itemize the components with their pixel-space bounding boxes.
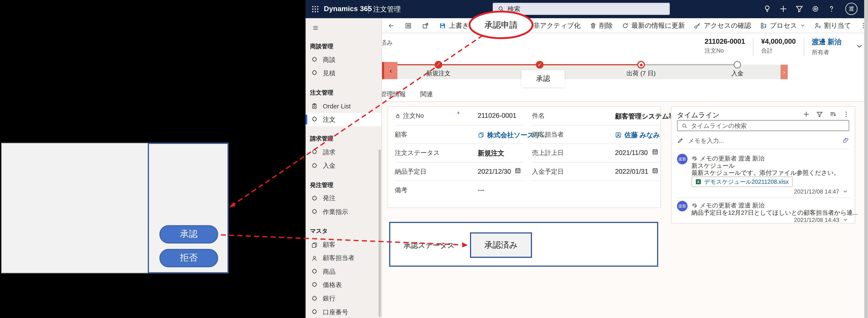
sidebar-item-発注[interactable]: 発注 [306, 192, 381, 205]
grid-list-icon [405, 22, 412, 29]
new-button[interactable]: 新規 [487, 18, 519, 33]
timeline-actions [803, 110, 850, 118]
stage-label-flyout[interactable]: 承認 [522, 70, 565, 87]
puzzle-icon [311, 309, 318, 315]
sidebar-item-Order List[interactable]: Order List [306, 99, 381, 113]
user-avatar[interactable]: 渡 [845, 3, 858, 15]
chevron-down-icon[interactable] [843, 189, 848, 194]
field-label: 注文ステータス [395, 149, 440, 157]
dynamics365-window: Dynamics 365 注文管理 検索 渡 上書き保存新規非アクティブ化削除最… [306, 0, 868, 318]
attachment-chip[interactable]: Xデモスケジュール20211208.xlsx [691, 177, 793, 187]
form-field: 備考--- [395, 181, 523, 199]
stage-label[interactable]: 入金 [731, 69, 744, 77]
sidebar-item-label: 顧客担当者 [323, 254, 354, 262]
check-access-button[interactable]: アクセスの確認 [689, 18, 755, 33]
field-value[interactable]: 新規注文 [478, 149, 504, 158]
puzzle-icon [311, 195, 318, 202]
chevron-down-icon[interactable] [843, 217, 848, 222]
approval-buttons-panel: 承認 拒否 [148, 143, 229, 274]
sidebar-item-顧客[interactable]: 顧客 [306, 238, 381, 252]
open-in-new-window-button[interactable] [417, 18, 433, 33]
sidebar-item-入金[interactable]: 入金 [306, 159, 381, 172]
note-placeholder: メモを入力... [688, 136, 838, 145]
add-icon[interactable] [779, 4, 788, 13]
global-search-input[interactable]: 検索 [493, 3, 670, 15]
sidebar-item-label: 商談 [323, 56, 336, 64]
process-button[interactable]: プロセス [755, 18, 810, 33]
tab-関連[interactable]: 関連 [420, 87, 433, 101]
stage-done-icon[interactable]: ✓ [536, 61, 544, 68]
sidebar-item-価格表[interactable]: 価格表 [306, 279, 381, 292]
stat-value[interactable]: 渡邊 新治 [812, 38, 841, 47]
timeline-search-input[interactable]: タイムラインの検索 [677, 120, 849, 131]
field-value[interactable]: 2022/01/31 [615, 167, 648, 175]
stat-label: 所有者 [812, 49, 841, 56]
process-scroll-right[interactable]: › [780, 65, 788, 79]
field-value[interactable]: --- [478, 186, 484, 194]
delete-icon [589, 22, 597, 29]
window-scrollbar[interactable] [864, 0, 868, 318]
stage-future-icon[interactable] [734, 61, 741, 68]
add-icon[interactable] [803, 110, 810, 118]
field-value[interactable]: 佐藤 みなみ [615, 130, 660, 140]
refresh-label: 最新の情報に更新 [631, 21, 685, 30]
navbar-icons [763, 4, 836, 13]
process-track [397, 65, 780, 79]
sidebar-scrollbar[interactable] [379, 149, 381, 317]
area-title[interactable]: 注文管理 [373, 5, 401, 14]
assign-button[interactable]: 割り当て [810, 18, 856, 33]
sidebar-item-商品[interactable]: 商品 [306, 265, 381, 279]
help-icon[interactable] [827, 4, 836, 13]
filter-icon[interactable] [795, 4, 804, 13]
app-launcher-icon[interactable] [311, 5, 319, 13]
calendar-icon[interactable] [651, 148, 659, 156]
sidebar-item-注文[interactable]: 注文 [306, 113, 381, 126]
stage-label[interactable]: 新規注文 [426, 69, 451, 77]
sort-icon[interactable] [829, 110, 837, 118]
sidebar-item-顧客担当者[interactable]: 顧客担当者 [306, 252, 381, 265]
stage-done-icon[interactable]: ✓ [435, 61, 442, 68]
paperclip-icon[interactable] [843, 137, 849, 144]
stage-label[interactable]: 出荷 (7 日) [626, 69, 655, 77]
calendar-icon[interactable] [651, 167, 659, 174]
puzzle-icon [311, 268, 318, 275]
tab-管理情報[interactable]: 管理情報 [380, 87, 406, 101]
header-chevron-down-icon[interactable] [855, 42, 864, 51]
note-input[interactable]: メモを入力... [677, 135, 849, 146]
attachment-name[interactable]: デモスケジュール20211208.xlsx [704, 178, 789, 186]
sidebar-item-商談[interactable]: 商談 [306, 53, 381, 67]
deactivate-button[interactable]: 非アクティブ化 [519, 18, 585, 33]
show-as-list-button[interactable] [400, 18, 416, 33]
navbar-divider [368, 4, 369, 13]
more-v-icon[interactable] [843, 110, 850, 118]
refresh-button[interactable]: 最新の情報に更新 [617, 18, 689, 33]
sidebar-item-口座番号[interactable]: 口座番号 [306, 306, 381, 318]
stage-active-icon[interactable] [637, 61, 645, 68]
sidebar-item-label: 請求 [323, 148, 336, 156]
sidebar-section-title: 発注管理 [310, 182, 381, 189]
sidebar-item-銀行[interactable]: 銀行 [306, 292, 381, 306]
sidebar-item-見積[interactable]: 見積 [306, 67, 381, 80]
stat-label: 注文No [705, 47, 745, 55]
save-button[interactable]: 上書き保存 [435, 18, 487, 33]
reject-button[interactable]: 拒否 [159, 249, 218, 267]
filter-icon[interactable] [816, 110, 823, 118]
sidebar-item-作業指示[interactable]: 作業指示 [306, 205, 381, 219]
app-title: Dynamics 365 [324, 4, 372, 13]
calendar-icon[interactable] [514, 167, 522, 174]
field-value[interactable]: 2021/12/30 [478, 167, 511, 175]
field-value[interactable]: 211026-0001 [478, 112, 516, 120]
approve-button[interactable]: 承認 [159, 225, 218, 244]
new-label: 新規 [501, 21, 515, 30]
field-label: 注文No [395, 112, 424, 120]
sidebar-item-請求[interactable]: 請求 [306, 146, 381, 159]
field-value[interactable]: 2021/11/30 [615, 149, 648, 156]
hamburger-menu-icon[interactable] [311, 25, 320, 31]
sidebar-item-label: 見積 [323, 69, 336, 77]
delete-button[interactable]: 削除 [585, 18, 617, 33]
settings-icon[interactable] [811, 4, 820, 13]
process-scroll-left[interactable]: ‹ [384, 62, 397, 79]
lightbulb-icon[interactable] [763, 4, 772, 13]
back-button[interactable] [383, 18, 399, 33]
general-form-card: 注文No+211026-0001顧客株式会社ソースリ...注文ステータス新規注文… [388, 106, 661, 208]
